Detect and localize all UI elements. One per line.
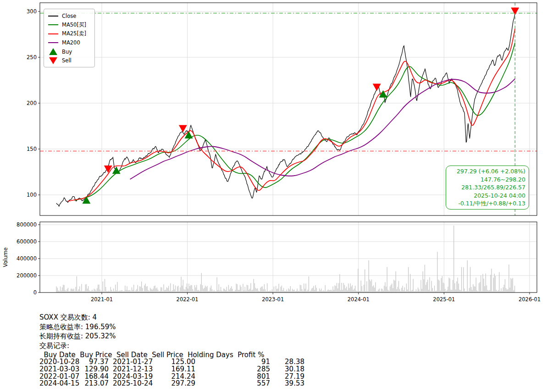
annotation-date-line: 2025-10-24 04:00: [449, 192, 525, 200]
strategy-return-line: 策略总收益率: 196.59%: [39, 322, 304, 332]
date-tick-label: 2024-01: [348, 296, 370, 303]
table-cell: 297.29: [150, 380, 195, 387]
volume-tick-label: 0: [33, 289, 37, 296]
table-cell: 213.07: [76, 380, 109, 387]
sell-marker: [511, 7, 519, 15]
legend-label: MA200: [62, 39, 80, 46]
volume-tick-label: 600000: [17, 238, 37, 245]
stats-block: SOXX 交易次数: 4 策略总收益率: 196.59% 长期持有收益: 205…: [39, 313, 304, 387]
trade-count-line: SOXX 交易次数: 4: [39, 313, 304, 322]
price-tick-label: 200: [27, 100, 37, 106]
price-tick-label: 300: [27, 8, 37, 15]
date-tick-label: 2025-01: [433, 296, 455, 303]
price-tick-label: 100: [27, 192, 37, 198]
legend-item-sell: Sell: [48, 56, 90, 66]
chart-legend: Close MA50[买] MA25[卖] MA200 Buy Sell: [44, 9, 95, 67]
volume-tick-label: 800000: [17, 221, 37, 228]
table-cell: 2025-10-24: [109, 380, 150, 387]
annotation-price-line: 297.29 (+6.06 +2.08%): [449, 167, 525, 176]
legend-label: MA25[卖]: [62, 30, 86, 37]
table-cell: 557: [195, 380, 270, 387]
date-tick-label: 2021-01: [91, 296, 113, 303]
annotation-range-line: 147.76~298.20: [449, 176, 525, 184]
trade-table: 2020-10-2897.372021-01-27125.009128.3820…: [39, 359, 304, 387]
volume-axis-label: Volume: [2, 248, 9, 267]
legend-item-ma50: MA50[买]: [48, 21, 90, 30]
sell-marker-icon: [48, 57, 58, 64]
table-cell: 39.53: [270, 380, 304, 387]
annotation-signal-line: -0.11/中性/+0.88/+0.13: [449, 199, 525, 208]
buy-marker: [112, 166, 121, 174]
price-tick-label: 250: [27, 54, 37, 61]
ma200-line: [130, 79, 515, 179]
trade-log-title: 交易记录:: [39, 341, 304, 351]
annotation-box: 297.29 (+6.06 +2.08%) 147.76~298.20 281.…: [446, 166, 529, 210]
legend-item-ma25: MA25[卖]: [48, 29, 90, 39]
hold-return-line: 长期持有收益: 205.32%: [39, 331, 304, 341]
plot-borders: [40, 3, 537, 293]
figure: 1001502002503000200000400000600000800000…: [0, 0, 547, 392]
table-row: 2024-04-15213.072025-10-24297.2955739.53: [39, 380, 304, 387]
volume-tick-label: 200000: [17, 272, 37, 279]
volume-tick-label: 400000: [17, 255, 37, 262]
volume-bars: [56, 226, 515, 293]
close-line-swatch: [48, 16, 58, 17]
legend-label: Buy: [62, 49, 72, 55]
legend-label: Close: [62, 13, 76, 19]
legend-item-buy: Buy: [48, 47, 90, 56]
buy-marker: [185, 131, 193, 138]
table-cell: 2024-04-15: [39, 380, 76, 387]
date-tick-label: 2026-01: [519, 296, 541, 303]
gridlines: [40, 3, 537, 293]
legend-label: Sell: [62, 57, 72, 64]
date-tick-label: 2022-01: [177, 296, 199, 303]
date-tick-label: 2023-01: [262, 296, 284, 303]
price-tick-label: 150: [27, 146, 37, 152]
ma200-line-swatch: [48, 42, 58, 43]
legend-label: MA50[买]: [62, 22, 86, 28]
legend-item-ma200: MA200: [48, 39, 90, 48]
legend-item-close: Close: [48, 11, 90, 21]
buy-marker-icon: [48, 48, 58, 55]
ma25-line-swatch: [48, 33, 58, 34]
annotation-ma-line: 281.33/265.89/226.57: [449, 183, 525, 192]
ma50-line-swatch: [48, 24, 58, 25]
